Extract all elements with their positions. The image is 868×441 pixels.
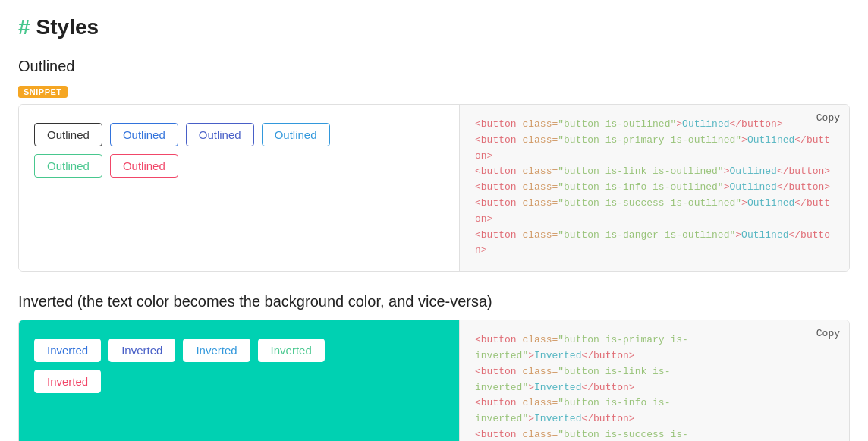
btn-outlined-primary[interactable]: Outlined	[110, 123, 178, 146]
outlined-preview: Outlined Outlined Outlined Outlined Outl…	[19, 105, 459, 271]
btn-outlined-default[interactable]: Outlined	[34, 123, 102, 146]
snippet-badge: SNIPPET	[18, 86, 68, 98]
inverted-button-row-1: Inverted Inverted Inverted Inverted	[34, 339, 444, 362]
code-line-6: <button class="button is-danger is-outli…	[475, 228, 834, 260]
btn-outlined-link[interactable]: Outlined	[186, 123, 254, 146]
btn-inverted-success[interactable]: Inverted	[258, 339, 325, 362]
outlined-code-block: Copy <button class="button is-outlined">…	[459, 105, 849, 271]
inv-code-line-4: inverted">Inverted</button>	[475, 380, 834, 396]
btn-inverted-primary[interactable]: Inverted	[34, 339, 101, 362]
inverted-code-block: Copy <button class="button is-primary is…	[459, 320, 849, 441]
inverted-section: Inverted (the text color becomes the bac…	[18, 293, 850, 441]
inverted-copy-button[interactable]: Copy	[816, 328, 840, 339]
hash-icon: #	[18, 15, 30, 39]
inverted-preview: Inverted Inverted Inverted Inverted Inve…	[19, 320, 459, 441]
code-line-5: <button class="button is-success is-outl…	[475, 196, 834, 228]
inverted-button-row-2: Inverted	[34, 370, 444, 393]
inverted-demo-block: Inverted Inverted Inverted Inverted Inve…	[18, 320, 850, 441]
outlined-button-row-1: Outlined Outlined Outlined Outlined	[34, 123, 444, 146]
outlined-copy-button[interactable]: Copy	[816, 112, 840, 124]
outlined-demo-block: Outlined Outlined Outlined Outlined Outl…	[18, 104, 850, 272]
inverted-section-title: Inverted (the text color becomes the bac…	[18, 293, 850, 310]
code-line-4: <button class="button is-info is-outline…	[475, 180, 834, 196]
btn-outlined-danger[interactable]: Outlined	[110, 154, 178, 178]
outlined-button-row-2: Outlined Outlined	[34, 154, 444, 178]
btn-inverted-link[interactable]: Inverted	[108, 339, 175, 362]
inv-code-line-5: <button class="button is-info is-	[475, 395, 834, 411]
title-text: Styles	[36, 15, 99, 39]
code-line-3: <button class="button is-link is-outline…	[475, 164, 834, 180]
inv-code-line-7: <button class="button is-success is-	[475, 427, 834, 441]
outlined-section-title: Outlined	[18, 58, 850, 75]
code-line-2: <button class="button is-primary is-outl…	[475, 133, 834, 165]
page-title: # Styles	[18, 15, 850, 39]
inv-code-line-1: <button class="button is-primary is-	[475, 332, 834, 348]
btn-outlined-info[interactable]: Outlined	[262, 123, 330, 146]
btn-inverted-info[interactable]: Inverted	[183, 339, 250, 362]
inv-code-line-6: inverted">Inverted</button>	[475, 411, 834, 427]
outlined-section: Outlined SNIPPET Outlined Outlined Outli…	[18, 58, 850, 272]
inv-code-line-2: inverted">Inverted</button>	[475, 348, 834, 364]
btn-inverted-danger[interactable]: Inverted	[34, 370, 101, 393]
inv-code-line-3: <button class="button is-link is-	[475, 364, 834, 380]
code-line-1: <button class="button is-outlined">Outli…	[475, 117, 834, 133]
btn-outlined-success[interactable]: Outlined	[34, 154, 102, 178]
